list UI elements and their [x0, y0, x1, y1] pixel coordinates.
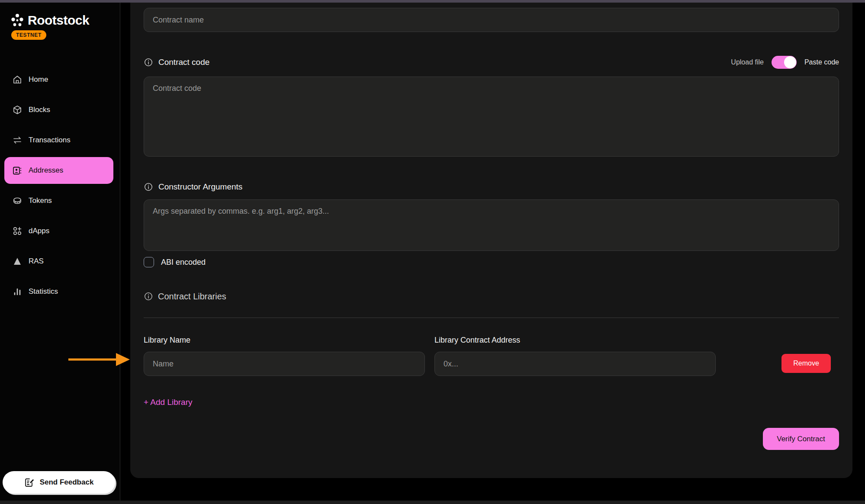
sidebar-item-label: Statistics: [29, 287, 58, 296]
info-icon[interactable]: [144, 292, 153, 301]
sidebar-item-label: Addresses: [29, 166, 63, 175]
sidebar-item-statistics[interactable]: Statistics: [0, 276, 120, 307]
library-row: Library Name Library Contract Address Re…: [144, 336, 839, 376]
upload-file-label[interactable]: Upload file: [731, 58, 764, 66]
sidebar-item-home[interactable]: Home: [0, 64, 120, 95]
library-address-label: Library Contract Address: [434, 336, 716, 345]
abi-encoded-row: ABI encoded: [144, 257, 839, 267]
verify-row: Verify Contract: [144, 428, 839, 450]
rootstock-logo-icon: [10, 13, 24, 27]
sidebar-item-addresses[interactable]: Addresses: [4, 157, 113, 184]
sidebar-item-transactions[interactable]: Transactions: [0, 125, 120, 155]
network-badge: TESTNET: [11, 30, 46, 40]
sidebar-nav: Home Blocks Transactions: [0, 64, 120, 307]
library-address-field: Library Contract Address: [434, 336, 716, 376]
contract-name-input[interactable]: [144, 8, 839, 32]
sidebar-item-label: Transactions: [29, 136, 71, 144]
contract-libraries-title: Contract Libraries: [158, 292, 226, 302]
transactions-icon: [12, 135, 22, 145]
verify-contract-button[interactable]: Verify Contract: [763, 428, 839, 450]
sidebar: Rootstock TESTNET Home Blocks: [0, 3, 120, 501]
window-bottom-strip: [0, 501, 865, 504]
sidebar-item-label: Home: [29, 75, 48, 84]
library-name-label: Library Name: [144, 336, 425, 345]
toggle-knob: [784, 56, 796, 68]
contract-code-textarea[interactable]: [144, 77, 839, 157]
home-icon: [12, 75, 22, 85]
sidebar-item-blocks[interactable]: Blocks: [0, 95, 120, 125]
sidebar-item-dapps[interactable]: dApps: [0, 216, 120, 246]
sidebar-item-label: dApps: [29, 227, 49, 235]
info-icon[interactable]: [144, 58, 153, 67]
remove-library-button[interactable]: Remove: [781, 354, 831, 373]
libraries-divider: [144, 318, 839, 318]
feedback-label: Send Feedback: [40, 478, 94, 487]
brand-name: Rootstock: [28, 13, 89, 28]
contract-code-label: Contract code: [158, 58, 209, 67]
brand-logo[interactable]: Rootstock TESTNET: [10, 13, 89, 40]
tokens-icon: [12, 196, 22, 206]
info-icon[interactable]: [144, 182, 153, 192]
library-name-field: Library Name: [144, 336, 425, 376]
verify-contract-panel: Contract code Upload file Paste code Con…: [130, 3, 852, 478]
sidebar-item-label: Tokens: [29, 196, 52, 205]
abi-encoded-label: ABI encoded: [161, 258, 206, 267]
sidebar-item-label: Blocks: [29, 106, 50, 114]
feedback-note-icon: [24, 477, 35, 488]
sidebar-item-tokens[interactable]: Tokens: [0, 186, 120, 216]
sidebar-item-ras[interactable]: RAS: [0, 246, 120, 276]
contract-code-header: Contract code Upload file Paste code: [144, 55, 839, 69]
constructor-arguments-header: Constructor Arguments: [144, 180, 839, 194]
library-name-input[interactable]: [144, 352, 425, 376]
sidebar-item-label: RAS: [29, 257, 44, 266]
send-feedback-button[interactable]: Send Feedback: [3, 471, 115, 494]
blocks-icon: [12, 105, 22, 115]
paste-code-label[interactable]: Paste code: [804, 58, 839, 66]
code-mode-toggle[interactable]: [772, 56, 797, 69]
statistics-icon: [12, 287, 22, 297]
abi-encoded-checkbox[interactable]: [144, 257, 154, 267]
constructor-arguments-textarea[interactable]: [144, 199, 839, 251]
contract-libraries-header: Contract Libraries: [144, 290, 839, 303]
ras-icon: [12, 257, 22, 266]
add-library-link[interactable]: + Add Library: [144, 398, 193, 407]
dapps-icon: [12, 226, 22, 236]
constructor-arguments-label: Constructor Arguments: [158, 182, 242, 192]
library-address-input[interactable]: [434, 352, 716, 376]
addresses-icon: [12, 166, 22, 176]
